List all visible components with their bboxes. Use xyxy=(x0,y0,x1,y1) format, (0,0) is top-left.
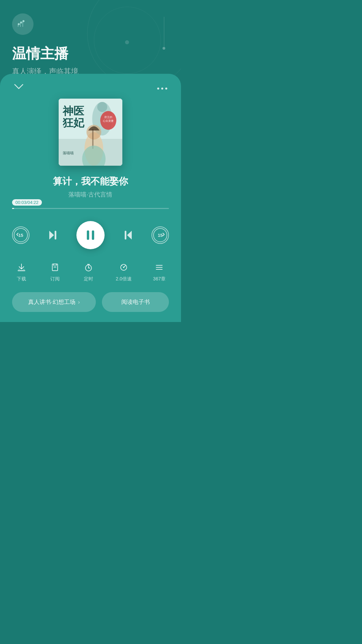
previous-track-button[interactable] xyxy=(47,229,59,241)
subscribe-action[interactable]: 订阅 xyxy=(49,261,61,282)
player-card: 邪王的 心尖宠妻 神医 狂妃 落喵喵 算计，我不能娶你 落喵喵·古代言情 00:… xyxy=(0,74,181,322)
timer-icon xyxy=(82,261,95,273)
svg-marker-24 xyxy=(127,231,132,239)
svg-point-41 xyxy=(123,267,124,268)
chapter-icon xyxy=(153,261,165,273)
controls-row: 15 15 xyxy=(12,221,169,249)
subscribe-label: 订阅 xyxy=(50,276,60,282)
cover-author-small: 落喵喵 xyxy=(63,151,74,156)
svg-text:心尖宠妻: 心尖宠妻 xyxy=(103,119,114,122)
progress-track[interactable] xyxy=(12,208,169,209)
actions-row: 下载 订阅 xyxy=(12,261,169,282)
svg-text:15: 15 xyxy=(18,233,23,238)
download-label: 下载 xyxy=(17,276,26,282)
book-cover-art: 邪王的 心尖宠妻 神医 狂妃 落喵喵 xyxy=(59,99,122,166)
header: 温情主播 真人演绎，声临其境 xyxy=(0,0,181,76)
progress-fill xyxy=(12,208,14,209)
svg-rect-25 xyxy=(125,231,126,239)
svg-point-12 xyxy=(97,102,107,112)
narrator-button[interactable]: 真人讲书·幻想工场 › xyxy=(12,292,96,312)
svg-line-42 xyxy=(122,265,122,266)
card-top-bar xyxy=(12,74,169,92)
logo-icon xyxy=(17,19,29,29)
chapter-label: 367章 xyxy=(153,276,166,282)
ebook-button[interactable]: 阅读电子书 xyxy=(102,292,169,312)
svg-rect-23 xyxy=(55,231,56,239)
chapter-action[interactable]: 367章 xyxy=(153,261,166,282)
svg-text:邪王的: 邪王的 xyxy=(104,116,112,119)
subscribe-icon xyxy=(49,261,61,273)
progress-time-label: 00:03/04:22 xyxy=(12,199,42,206)
collapse-button[interactable] xyxy=(13,83,24,92)
more-options-button[interactable] xyxy=(157,84,168,92)
progress-bar-container[interactable]: 00:03/04:22 xyxy=(12,208,169,209)
main-title: 温情主播 xyxy=(12,44,169,63)
ebook-button-text: 阅读电子书 xyxy=(121,298,150,306)
bottom-buttons: 真人讲书·幻想工场 › 阅读电子书 xyxy=(12,292,169,312)
svg-marker-22 xyxy=(49,231,54,239)
speed-action[interactable]: 2.0倍速 xyxy=(116,261,131,282)
logo-circle xyxy=(12,13,34,35)
svg-point-8 xyxy=(165,88,167,90)
timer-label: 定时 xyxy=(84,276,93,282)
book-name: 算计，我不能娶你 xyxy=(53,175,128,188)
speed-icon xyxy=(118,261,130,273)
timer-action[interactable]: 定时 xyxy=(82,261,95,282)
download-icon xyxy=(15,261,27,273)
download-action[interactable]: 下载 xyxy=(15,261,27,282)
narrator-arrow-icon: › xyxy=(78,299,80,305)
book-cover: 邪王的 心尖宠妻 神医 狂妃 落喵喵 xyxy=(59,99,122,166)
play-pause-button[interactable] xyxy=(76,221,105,249)
speed-label: 2.0倍速 xyxy=(116,276,131,282)
forward-15-button[interactable]: 15 xyxy=(152,226,169,244)
book-author-genre: 落喵喵·古代言情 xyxy=(68,191,112,199)
rewind-15-button[interactable]: 15 xyxy=(12,226,29,244)
svg-text:15: 15 xyxy=(158,233,163,238)
pause-icon xyxy=(87,230,94,240)
svg-point-6 xyxy=(157,88,159,90)
narrator-button-text: 真人讲书·幻想工场 xyxy=(28,298,75,306)
next-track-button[interactable] xyxy=(122,229,134,241)
svg-point-7 xyxy=(161,88,163,90)
